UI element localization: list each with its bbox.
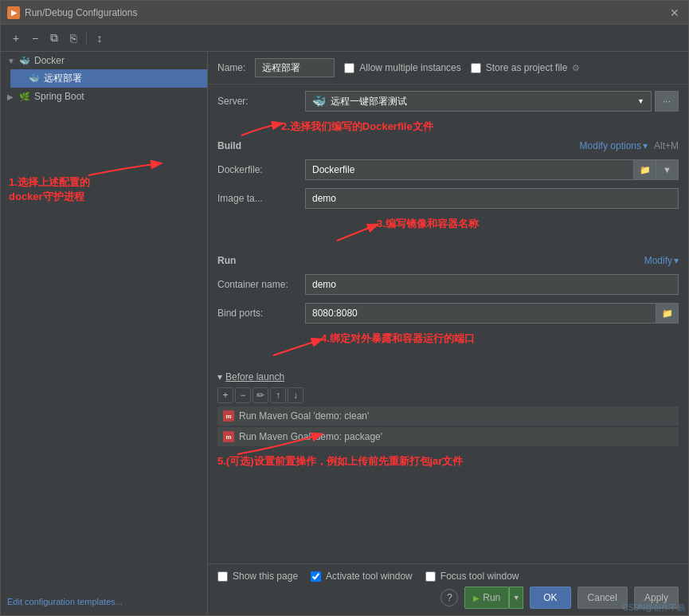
focus-tool-group: Focus tool window [425, 571, 519, 582]
bl-item-2-label: Run Maven Goal 'demo: package' [239, 431, 382, 442]
build-section-header: Build Modify options ▾ Alt+M [217, 140, 679, 151]
dockerfile-dropdown-button[interactable]: ▼ [656, 159, 679, 180]
store-gear-icon[interactable]: ⚙ [572, 63, 580, 73]
dockerfile-label: Dockerfile: [217, 164, 305, 175]
container-name-row: Container name: [217, 274, 679, 295]
store-as-project-checkbox[interactable] [471, 63, 481, 73]
configuration-toolbar: + − ⧉ ⎘ ↕ [1, 25, 688, 52]
arrow3-svg [333, 217, 381, 245]
annotation-5: 5.(可选)设置前置操作，例如上传前先重新打包jar文件 [217, 454, 679, 469]
close-button[interactable]: ✕ [667, 6, 682, 20]
allow-multiple-label: Allow multiple instances [359, 62, 460, 73]
bl-remove-button[interactable]: − [235, 387, 251, 403]
no-arrow [17, 74, 28, 83]
remote-deploy-icon: 🐳 [28, 73, 41, 85]
modify-options-link[interactable]: Modify options ▾ Alt+M [580, 140, 679, 151]
focus-tool-label: Focus tool window [440, 571, 519, 582]
before-launch-toolbar: + − ✏ ↑ ↓ [217, 387, 679, 403]
annotation-2-container: 2.选择我们编写的Dockerfile文件 [217, 120, 679, 134]
bind-ports-label: Bind ports: [217, 308, 305, 319]
activate-tool-group: Activate tool window [311, 571, 413, 582]
dockerfile-input-wrap: 📁 ▼ [305, 159, 679, 180]
annotation-4: 4.绑定对外暴露和容器运行的端口 [321, 332, 475, 346]
bl-up-button[interactable]: ↑ [270, 387, 286, 403]
docker-children: 🐳 远程部署 [1, 69, 207, 88]
title-bar: ▶ Run/Debug Configurations ✕ [1, 1, 688, 25]
bl-item-1-label: Run Maven Goal 'demo: clean' [239, 410, 369, 422]
dialog-title: Run/Debug Configurations [25, 7, 667, 18]
allow-multiple-checkbox[interactable] [344, 63, 354, 73]
container-name-input[interactable] [305, 274, 679, 295]
modify-options-arrow: ▾ [643, 140, 648, 151]
copy-config-button[interactable]: ⧉ [45, 29, 63, 47]
tree-item-spring-boot[interactable]: ▶ 🌿 Spring Boot [1, 88, 207, 105]
before-launch-section: ▾ Before launch + − ✏ ↑ ↓ m Run Maven Go… [217, 371, 679, 446]
tree-item-remote-deploy[interactable]: 🐳 远程部署 [10, 69, 207, 88]
bl-item-1: m Run Maven Goal 'demo: clean' [217, 406, 679, 426]
add-config-button[interactable]: + [7, 29, 25, 47]
move-config-button[interactable]: ⎘ [65, 29, 82, 47]
bl-down-button[interactable]: ↓ [288, 387, 303, 403]
remove-config-button[interactable]: − [26, 29, 44, 47]
server-whale-icon: 🐳 [312, 95, 326, 108]
apply-button[interactable]: Apply [634, 587, 679, 609]
name-input[interactable] [255, 58, 335, 77]
app-icon: ▶ [7, 6, 20, 19]
server-dropdown-arrow: ▼ [637, 97, 644, 105]
config-body: Server: 🐳 远程一键部署测试 ▼ ··· [208, 84, 688, 563]
annotation-5-container: 5.(可选)设置前置操作，例如上传前先重新打包jar文件 [217, 454, 679, 469]
remote-deploy-label: 远程部署 [44, 72, 82, 85]
arrow2-svg [237, 116, 285, 139]
server-value: 远程一键部署测试 [331, 95, 407, 108]
before-launch-header[interactable]: ▾ Before launch [217, 371, 679, 383]
main-content: ▼ 🐳 Docker 🐳 远程部署 ▶ 🌿 Spring Boot [1, 52, 688, 615]
tree-item-docker[interactable]: ▼ 🐳 Docker [1, 52, 207, 69]
modify-run-link[interactable]: Modify ▾ [644, 255, 679, 266]
modify-run-arrow: ▾ [674, 255, 679, 266]
server-label: Server: [217, 96, 305, 107]
ok-button[interactable]: OK [530, 587, 570, 609]
toolbar-separator [86, 31, 87, 45]
arrow4-svg [269, 332, 325, 359]
annotation-1: 1.选择上述配置的 docker守护进程 [9, 175, 120, 204]
server-input-wrap: 🐳 远程一键部署测试 ▼ ··· [305, 91, 679, 112]
cancel-button[interactable]: Cancel [577, 587, 628, 609]
server-select[interactable]: 🐳 远程一键部署测试 ▼ [305, 91, 652, 112]
before-launch-arrow: ▾ [217, 371, 222, 383]
edit-templates-link[interactable]: Edit configuration templates... [7, 596, 123, 607]
build-title: Build [217, 140, 241, 151]
show-page-checkbox[interactable] [217, 571, 228, 582]
bottom-bar: Show this page Activate tool window Focu… [208, 563, 688, 615]
store-as-project-group: Store as project file ⚙ [471, 62, 581, 73]
sort-config-button[interactable]: ↕ [91, 29, 108, 47]
bottom-actions: ? ▶ Run ▼ OK Cancel Apply [217, 587, 679, 609]
bottom-options: Show this page Activate tool window Focu… [217, 571, 679, 582]
focus-tool-checkbox[interactable] [425, 571, 436, 582]
help-button[interactable]: ? [440, 589, 458, 606]
dialog-container: ▶ Run/Debug Configurations ✕ + − ⧉ ⎘ ↕ ▼… [0, 0, 689, 616]
expand-arrow-spring: ▶ [7, 92, 18, 101]
dockerfile-input[interactable] [305, 159, 634, 180]
activate-tool-checkbox[interactable] [311, 571, 321, 582]
annotation-2: 2.选择我们编写的Dockerfile文件 [281, 120, 688, 134]
show-page-group: Show this page [217, 571, 298, 582]
config-header: Name: Allow multiple instances Store as … [208, 52, 688, 84]
run-dropdown-button[interactable]: ▼ [509, 587, 523, 609]
server-more-button[interactable]: ··· [655, 91, 679, 112]
bl-edit-button[interactable]: ✏ [253, 387, 268, 403]
bind-ports-browse-button[interactable]: 📁 [656, 303, 679, 324]
run-button[interactable]: ▶ Run [464, 587, 509, 609]
spring-boot-label: Spring Boot [34, 91, 84, 102]
maven-icon-1: m [223, 410, 234, 422]
docker-folder-icon: 🐳 [18, 54, 31, 67]
bind-ports-input[interactable] [305, 303, 656, 324]
image-tag-input[interactable] [305, 188, 679, 209]
activate-tool-label: Activate tool window [326, 571, 413, 582]
name-label: Name: [217, 62, 245, 73]
bl-item-2: m Run Maven Goal 'demo: package' [217, 427, 679, 446]
bl-add-button[interactable]: + [217, 387, 233, 403]
right-panel: Name: Allow multiple instances Store as … [208, 52, 688, 615]
spring-boot-icon: 🌿 [18, 90, 31, 103]
image-tag-row: Image ta... [217, 188, 679, 209]
dockerfile-browse-button[interactable]: 📁 [634, 159, 656, 180]
